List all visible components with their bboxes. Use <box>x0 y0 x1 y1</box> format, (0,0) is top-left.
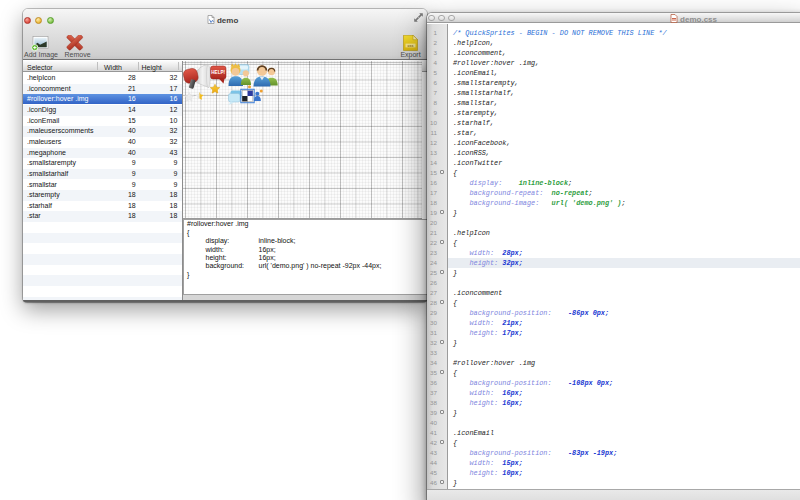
svg-text:HELP!: HELP! <box>211 70 225 75</box>
svg-text:css: css <box>408 43 414 47</box>
